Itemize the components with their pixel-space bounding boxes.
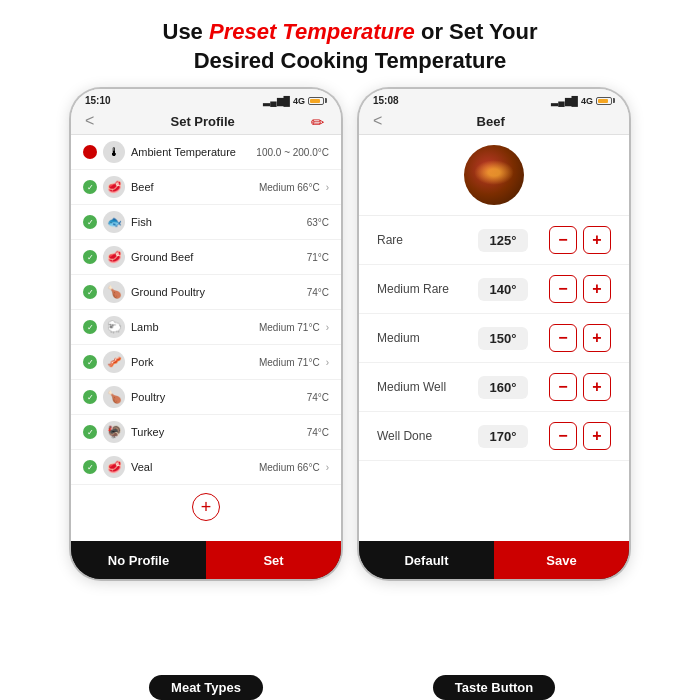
temp-value-medium-well: 160°: [478, 376, 528, 399]
chevron-beef: ›: [326, 182, 329, 193]
food-icon-fish: 🐟: [103, 211, 125, 233]
temp-row-well-done: Well Done 170° − +: [359, 412, 629, 461]
back-button-right[interactable]: <: [373, 112, 382, 130]
temp-label-well-done: Well Done: [377, 429, 457, 443]
item-temp-lamb: Medium 71°C: [259, 322, 320, 333]
nav-bar-left: < Set Profile ✏: [71, 108, 341, 135]
food-icon-ambient: 🌡: [103, 141, 125, 163]
edit-icon-left[interactable]: ✏: [311, 113, 327, 129]
list-item-beef[interactable]: ✓ 🥩 Beef Medium 66°C ›: [71, 170, 341, 205]
food-icon-veal: 🥩: [103, 456, 125, 478]
temp-minus-medium-well[interactable]: −: [549, 373, 577, 401]
check-pork: ✓: [83, 355, 97, 369]
temp-value-well-done: 170°: [478, 425, 528, 448]
check-ground-poultry: ✓: [83, 285, 97, 299]
ambient-dot: [83, 145, 97, 159]
time-right: 15:08: [373, 95, 399, 106]
no-profile-button[interactable]: No Profile: [71, 541, 206, 579]
header-line1: Use Preset Temperature: [163, 19, 415, 44]
list-item-lamb[interactable]: ✓ 🐑 Lamb Medium 71°C ›: [71, 310, 341, 345]
item-name-poultry: Poultry: [131, 391, 301, 403]
temp-value-medium: 150°: [478, 327, 528, 350]
list-item-veal[interactable]: ✓ 🥩 Veal Medium 66°C ›: [71, 450, 341, 485]
nav-bar-right: < Beef: [359, 108, 629, 135]
temp-minus-medium[interactable]: −: [549, 324, 577, 352]
nav-title-right: Beef: [477, 114, 505, 129]
temp-plus-medium[interactable]: +: [583, 324, 611, 352]
temp-row-rare: Rare 125° − +: [359, 216, 629, 265]
list-item-fish[interactable]: ✓ 🐟 Fish 63°C: [71, 205, 341, 240]
temp-minus-medium-rare[interactable]: −: [549, 275, 577, 303]
item-name-ambient: Ambient Temperature: [131, 146, 250, 158]
signal-bars-right: ▂▄▆█: [551, 96, 578, 106]
phone-label-right: Taste Button: [359, 675, 629, 700]
temp-plus-rare[interactable]: +: [583, 226, 611, 254]
phone-label-left: Meat Types: [71, 675, 341, 700]
check-fish: ✓: [83, 215, 97, 229]
temp-minus-well-done[interactable]: −: [549, 422, 577, 450]
time-left: 15:10: [85, 95, 111, 106]
chevron-veal: ›: [326, 462, 329, 473]
temp-minus-rare[interactable]: −: [549, 226, 577, 254]
temp-plus-well-done[interactable]: +: [583, 422, 611, 450]
item-temp-ground-beef: 71°C: [307, 252, 329, 263]
chevron-pork: ›: [326, 357, 329, 368]
page-wrapper: Use Preset Temperature or Set Your Desir…: [0, 0, 700, 700]
temp-row-medium-rare: Medium Rare 140° − +: [359, 265, 629, 314]
status-bar-right: 15:08 ▂▄▆█ 4G: [359, 89, 629, 108]
temp-controls-medium-rare: − +: [549, 275, 611, 303]
item-temp-beef: Medium 66°C: [259, 182, 320, 193]
list-item-poultry[interactable]: ✓ 🍗 Poultry 74°C: [71, 380, 341, 415]
item-name-turkey: Turkey: [131, 426, 301, 438]
food-icon-poultry: 🍗: [103, 386, 125, 408]
phone-content-right: Rare 125° − + Medium Rare 140° − +: [359, 216, 629, 541]
status-bar-left: 15:10 ▂▄▆█ 4G: [71, 89, 341, 108]
list-item-ground-beef[interactable]: ✓ 🥩 Ground Beef 71°C: [71, 240, 341, 275]
check-beef: ✓: [83, 180, 97, 194]
set-button[interactable]: Set: [206, 541, 341, 579]
temp-plus-medium-well[interactable]: +: [583, 373, 611, 401]
food-icon-lamb: 🐑: [103, 316, 125, 338]
signals-right: ▂▄▆█ 4G: [551, 96, 615, 106]
phone-bottom-bar-right: Default Save: [359, 541, 629, 579]
add-btn-wrap: +: [71, 485, 341, 529]
temp-plus-medium-rare[interactable]: +: [583, 275, 611, 303]
taste-button-label: Taste Button: [433, 675, 555, 700]
temp-row-medium-well: Medium Well 160° − +: [359, 363, 629, 412]
list-item-ground-poultry[interactable]: ✓ 🍗 Ground Poultry 74°C: [71, 275, 341, 310]
beef-header: [359, 135, 629, 216]
temp-value-medium-rare: 140°: [478, 278, 528, 301]
temp-value-rare: 125°: [478, 229, 528, 252]
phone-left: 15:10 ▂▄▆█ 4G < Set Profile ✏: [71, 89, 341, 579]
default-button[interactable]: Default: [359, 541, 494, 579]
list-item-pork[interactable]: ✓ 🥓 Pork Medium 71°C ›: [71, 345, 341, 380]
signal-type-right: 4G: [581, 96, 593, 106]
save-button[interactable]: Save: [494, 541, 629, 579]
item-temp-pork: Medium 71°C: [259, 357, 320, 368]
back-button-left[interactable]: <: [85, 112, 94, 130]
temp-controls-well-done: − +: [549, 422, 611, 450]
check-ground-beef: ✓: [83, 250, 97, 264]
phones-row: 15:10 ▂▄▆█ 4G < Set Profile ✏: [55, 89, 645, 667]
phone-bottom-bar-left: No Profile Set: [71, 541, 341, 579]
meat-types-label: Meat Types: [149, 675, 263, 700]
add-item-button[interactable]: +: [192, 493, 220, 521]
chevron-lamb: ›: [326, 322, 329, 333]
list-item-turkey[interactable]: ✓ 🦃 Turkey 74°C: [71, 415, 341, 450]
food-icon-beef: 🥩: [103, 176, 125, 198]
check-lamb: ✓: [83, 320, 97, 334]
signal-type-left: 4G: [293, 96, 305, 106]
beef-image: [464, 145, 524, 205]
list-item-ambient[interactable]: 🌡 Ambient Temperature 100.0 ~ 200.0°C: [71, 135, 341, 170]
nav-title-left: Set Profile: [171, 114, 235, 129]
labels-row: Meat Types Taste Button: [55, 667, 645, 700]
signal-bars-left: ▂▄▆█: [263, 96, 290, 106]
item-name-ground-beef: Ground Beef: [131, 251, 301, 263]
check-poultry: ✓: [83, 390, 97, 404]
item-name-fish: Fish: [131, 216, 301, 228]
item-name-ground-poultry: Ground Poultry: [131, 286, 301, 298]
temp-controls-medium-well: − +: [549, 373, 611, 401]
temp-label-medium-well: Medium Well: [377, 380, 457, 394]
item-temp-ground-poultry: 74°C: [307, 287, 329, 298]
battery-left: [308, 97, 327, 105]
